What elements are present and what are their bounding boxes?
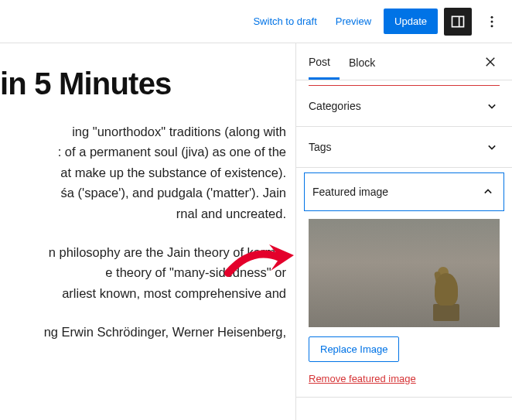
settings-button[interactable] [444, 8, 472, 36]
thinker-statue-icon [433, 304, 459, 321]
settings-panel-icon [450, 14, 466, 29]
paragraph-block[interactable]: n philosophy are the Jain theory of karm… [0, 242, 286, 303]
panel-categories: Categories [296, 86, 512, 127]
sidebar-tabs: Post Block [296, 43, 512, 80]
panel-header-categories[interactable]: Categories [296, 86, 512, 126]
switch-to-draft-link[interactable]: Switch to draft [247, 11, 323, 32]
panel-title: Tags [309, 141, 332, 153]
panel-tags: Tags [296, 127, 512, 168]
svg-rect-0 [452, 16, 464, 26]
svg-point-3 [491, 20, 493, 22]
update-button[interactable]: Update [384, 9, 438, 34]
close-icon [483, 55, 497, 69]
replace-image-button[interactable]: Replace Image [309, 336, 399, 362]
chevron-down-icon [484, 139, 500, 155]
more-options-button[interactable] [478, 8, 506, 36]
preview-link[interactable]: Preview [329, 11, 377, 32]
chevron-up-icon [480, 184, 496, 200]
panel-featured-image: Featured image Replace Image Remove feat… [296, 168, 512, 398]
panel-title: Featured image [312, 186, 388, 198]
tab-post[interactable]: Post [309, 45, 340, 80]
paragraph-block[interactable]: ing "unorthodox" traditions (along with … [0, 121, 286, 224]
paragraph-block[interactable]: ng Erwin Schrödinger, Werner Heisenberg, [0, 322, 286, 342]
editor-top-bar: Switch to draft Preview Update [0, 0, 512, 43]
settings-sidebar: Post Block Categories Tags Featured imag… [295, 43, 512, 420]
svg-point-2 [491, 15, 493, 18]
featured-image-preview[interactable] [309, 219, 500, 327]
remove-featured-image-link[interactable]: Remove featured image [309, 373, 500, 384]
panel-header-featured-image[interactable]: Featured image [304, 172, 504, 211]
panel-title: Categories [309, 100, 361, 112]
panel-body-featured-image: Replace Image Remove featured image [296, 211, 512, 397]
panel-header-tags[interactable]: Tags [296, 127, 512, 167]
chevron-down-icon [484, 98, 500, 114]
more-icon [484, 14, 500, 29]
editor-canvas[interactable]: in 5 Minutes ing "unorthodox" traditions… [0, 43, 295, 420]
close-sidebar-button[interactable] [481, 53, 500, 71]
post-title[interactable]: in 5 Minutes [0, 67, 286, 101]
tab-block[interactable]: Block [340, 46, 384, 78]
svg-point-4 [491, 25, 493, 27]
